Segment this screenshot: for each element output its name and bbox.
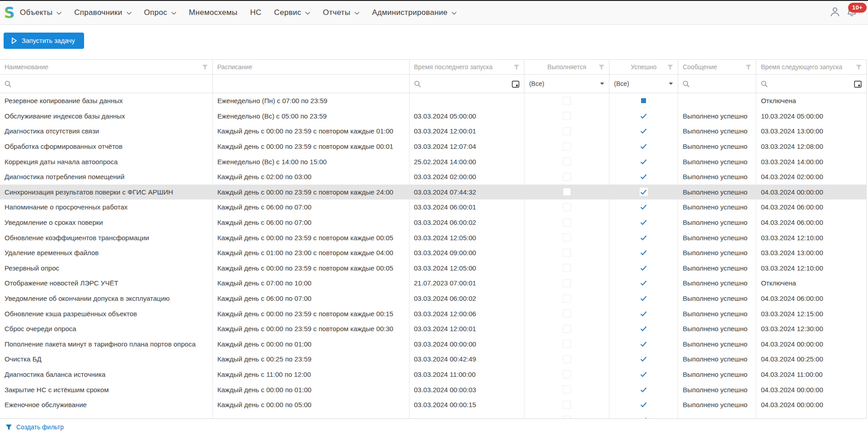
column-filter-icon[interactable] — [667, 64, 673, 70]
success-checkbox[interactable] — [640, 385, 648, 394]
column-header[interactable]: Сообщение — [678, 60, 756, 74]
dropdown-caret-icon[interactable] — [669, 82, 673, 85]
running-checkbox[interactable] — [563, 385, 571, 394]
task-row[interactable]: Удаление временных файловКаждый день с 0… — [0, 245, 866, 261]
success-checkbox[interactable] — [640, 264, 648, 272]
nav-item[interactable]: Мнемосхемы — [189, 8, 237, 17]
task-row[interactable]: Диагностика потребления помещенийКаждый … — [0, 169, 866, 185]
create-filter-link[interactable]: Создать фильтр — [16, 423, 64, 431]
task-row[interactable]: Уведомление об окончании допуска в экспл… — [0, 291, 866, 306]
running-checkbox[interactable] — [563, 203, 571, 211]
task-row[interactable]: Диагностика отсутствия связиКаждый день … — [0, 124, 866, 139]
task-row[interactable]: Напоминание о просроченных работахКаждый… — [0, 200, 866, 215]
success-checkbox[interactable] — [640, 401, 648, 409]
success-checkbox[interactable] — [640, 173, 648, 181]
nav-item[interactable]: Сервис — [274, 8, 310, 17]
running-checkbox[interactable] — [563, 416, 571, 419]
task-row[interactable]: Коррекция даты начала автоопросаЕженедел… — [0, 154, 866, 169]
running-checkbox[interactable] — [563, 142, 571, 151]
task-row[interactable]: Обслуживание индексов базы данныхЕженеде… — [0, 109, 866, 124]
running-checkbox[interactable] — [563, 401, 571, 409]
task-row[interactable]: Пополнение пакета минут в тарифного план… — [0, 337, 866, 352]
filter-cell[interactable] — [678, 75, 756, 93]
success-checkbox[interactable] — [640, 112, 648, 120]
running-checkbox[interactable] — [563, 340, 571, 348]
running-checkbox[interactable] — [563, 188, 571, 196]
calendar-icon[interactable] — [854, 80, 862, 88]
task-row[interactable]: Отображение новостей ЛЭРС УЧЁТКаждый ден… — [0, 276, 866, 291]
success-checkbox[interactable] — [640, 203, 648, 211]
task-row[interactable]: Резервный опросКаждый день с 00:00 по 23… — [0, 261, 866, 276]
success-checkbox[interactable] — [640, 233, 648, 242]
running-checkbox[interactable] — [563, 355, 571, 363]
running-checkbox[interactable] — [563, 112, 571, 120]
success-checkbox-indeterminate[interactable] — [640, 97, 648, 105]
filter-cell[interactable]: (Все) — [609, 75, 678, 93]
success-checkbox[interactable] — [640, 294, 648, 303]
dropdown-caret-icon[interactable] — [600, 82, 604, 85]
task-row[interactable] — [0, 412, 866, 419]
column-header[interactable]: Наименование — [0, 60, 213, 74]
column-header[interactable]: Время последнего запуска — [410, 60, 525, 74]
column-filter-icon[interactable] — [202, 64, 208, 70]
task-row[interactable]: Синхронизация результатов поверки с ФГИС… — [0, 185, 866, 200]
success-checkbox[interactable] — [640, 188, 648, 196]
running-checkbox[interactable] — [563, 218, 571, 227]
task-row[interactable]: Резервное копирование базы данныхЕженеде… — [0, 93, 866, 109]
column-header[interactable]: Выполняется — [524, 60, 609, 74]
success-checkbox[interactable] — [640, 340, 648, 348]
nav-item[interactable]: НС — [250, 8, 261, 17]
task-row[interactable]: Диагностика баланса источникаКаждый день… — [0, 367, 866, 382]
notifications-button[interactable]: 10+ — [846, 6, 857, 19]
running-checkbox[interactable] — [563, 233, 571, 242]
running-checkbox[interactable] — [563, 264, 571, 272]
nav-item[interactable]: Опрос — [144, 8, 176, 17]
column-filter-icon[interactable] — [599, 64, 604, 70]
running-checkbox[interactable] — [563, 173, 571, 181]
running-checkbox[interactable] — [563, 325, 571, 333]
success-checkbox[interactable] — [640, 279, 648, 287]
filter-cell[interactable] — [410, 75, 525, 93]
task-row[interactable]: Еженочное обслуживаниеКаждый день с 00:0… — [0, 397, 866, 413]
task-row[interactable]: Уведомление о сроках поверкиКаждый день … — [0, 215, 866, 230]
filter-cell[interactable]: (Все) — [524, 75, 609, 93]
nav-item[interactable]: Отчеты — [323, 8, 359, 17]
filter-cell[interactable] — [213, 75, 410, 93]
column-header[interactable]: Время следующего запуска — [756, 60, 866, 74]
running-checkbox[interactable] — [563, 249, 571, 257]
nav-item[interactable]: Администрирование — [372, 8, 457, 17]
success-checkbox[interactable] — [640, 416, 648, 419]
filter-cell[interactable] — [756, 75, 866, 93]
running-checkbox[interactable] — [563, 127, 571, 135]
nav-item[interactable]: Справочники — [74, 8, 131, 17]
success-checkbox[interactable] — [640, 325, 648, 333]
filter-cell[interactable] — [0, 75, 213, 93]
success-checkbox[interactable] — [640, 355, 648, 363]
run-task-button[interactable]: Запустить задачу — [4, 33, 84, 49]
success-checkbox[interactable] — [640, 142, 648, 151]
task-row[interactable]: Очистка БДКаждый день с 00:25 по 23:5903… — [0, 352, 866, 367]
column-header[interactable]: Расписание — [213, 60, 410, 74]
column-filter-icon[interactable] — [514, 64, 519, 70]
task-row[interactable]: Закрытие НС с истёкшим срокомКаждый день… — [0, 382, 866, 397]
task-row[interactable]: Обновление кэша разрешённых объектовКажд… — [0, 306, 866, 321]
task-row[interactable]: Обработка сформированных отчётовКаждый д… — [0, 139, 866, 154]
running-checkbox[interactable] — [563, 309, 571, 318]
running-checkbox[interactable] — [563, 97, 571, 105]
success-checkbox[interactable] — [640, 127, 648, 135]
success-checkbox[interactable] — [640, 218, 648, 227]
calendar-icon[interactable] — [512, 80, 519, 88]
column-filter-icon[interactable] — [745, 64, 751, 70]
task-row[interactable]: Обновление коэффициентов трансформацииКа… — [0, 230, 866, 245]
running-checkbox[interactable] — [563, 279, 571, 287]
column-filter-icon[interactable] — [856, 64, 862, 70]
success-checkbox[interactable] — [640, 249, 648, 257]
success-checkbox[interactable] — [640, 370, 648, 378]
column-header[interactable]: Успешно — [609, 60, 678, 74]
success-checkbox[interactable] — [640, 157, 648, 166]
running-checkbox[interactable] — [563, 370, 571, 378]
task-row[interactable]: Сброс очереди опросаКаждый день с 00:00 … — [0, 321, 866, 337]
user-menu-button[interactable] — [829, 6, 841, 19]
running-checkbox[interactable] — [563, 294, 571, 303]
success-checkbox[interactable] — [640, 309, 648, 318]
